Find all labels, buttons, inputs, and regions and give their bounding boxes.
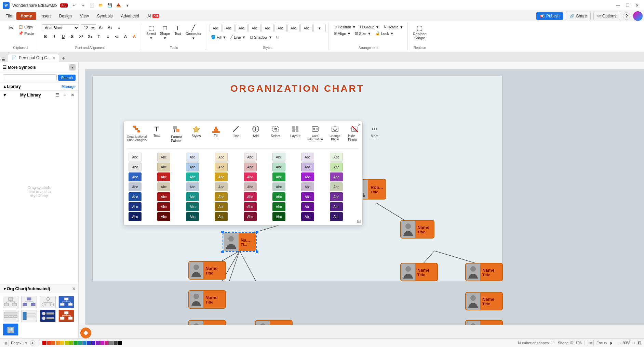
styles-expand-btn[interactable]: ⊡ (275, 34, 281, 40)
manage-link[interactable]: Manage (62, 85, 76, 89)
font-color-btn[interactable]: A (122, 33, 129, 40)
position-btn[interactable]: ⊞ Position ▼ (332, 24, 357, 30)
sc-4-4[interactable]: Abc (215, 182, 228, 191)
ft-more-btn[interactable]: More (365, 124, 384, 144)
color-purple[interactable] (96, 341, 100, 345)
sc-2-5[interactable]: Abc (244, 163, 257, 171)
ft-add-btn[interactable]: Add (246, 124, 265, 144)
node-n5[interactable]: Name Title (188, 320, 226, 325)
sc-4-8[interactable]: Abc (330, 182, 343, 191)
sc-2-1[interactable]: Abc (129, 163, 142, 171)
color-dark-blue[interactable] (87, 341, 91, 345)
sc-5-7[interactable]: Abc (301, 192, 314, 201)
sc-4-6[interactable]: Abc (272, 182, 285, 191)
italic-btn[interactable]: I (51, 33, 58, 40)
sc-4-2[interactable]: Abc (157, 182, 170, 191)
export-btn[interactable]: 📤 (115, 2, 122, 9)
sc-4-5[interactable]: Abc (244, 182, 257, 191)
help-btn[interactable]: ? (623, 12, 630, 20)
menu-symbols[interactable]: Symbols (93, 12, 117, 20)
ft-select-btn[interactable]: Select (266, 124, 285, 144)
highlight-btn[interactable]: A (131, 33, 138, 40)
template-3[interactable] (40, 296, 56, 308)
sc-1-7[interactable]: Abc (301, 153, 314, 162)
style-swatch-6[interactable]: Abc (274, 24, 287, 32)
sc-2-4[interactable]: Abc (215, 163, 228, 171)
node-n6[interactable]: Name Title (255, 320, 293, 325)
color-blue[interactable] (82, 341, 86, 345)
zoom-out-btn[interactable]: − (616, 340, 622, 346)
selected-node[interactable]: Na... Ti... (223, 232, 257, 252)
list-btn[interactable]: ≡ (104, 33, 111, 40)
menu-file[interactable]: File (1, 12, 16, 20)
shadow-btn[interactable]: ◻ Shadow ▼ (249, 34, 274, 40)
tab-personal-org[interactable]: 📄 Personal Org C... ✕ (8, 54, 59, 62)
save-btn[interactable]: 💾 (106, 2, 113, 9)
node-n3[interactable]: Name Title (188, 261, 226, 280)
style-swatch-3[interactable]: Abc (236, 24, 248, 32)
avatar-btn[interactable] (633, 11, 643, 21)
sc-2-7[interactable]: Abc (301, 163, 314, 171)
layers-btn[interactable]: ⊞ (588, 340, 594, 346)
node-n7[interactable]: Name Title (400, 263, 438, 281)
font-family-select[interactable]: Arial Black (42, 24, 79, 31)
color-lime[interactable] (69, 341, 73, 345)
cut-btn[interactable]: ✂ (5, 24, 16, 32)
color-amber[interactable] (56, 341, 60, 345)
style-swatch-4[interactable]: Abc (249, 24, 261, 32)
sc-5-3[interactable]: Abc (186, 192, 199, 201)
sc-6-4[interactable]: Abc (215, 202, 228, 211)
sc-6-6[interactable]: Abc (272, 202, 285, 211)
tab-close-btn[interactable]: ✕ (53, 56, 55, 60)
replace-shape-btn[interactable]: ⬚ Replace Shape (411, 24, 428, 41)
library-section[interactable]: ▲ Library Manage (0, 83, 78, 90)
sc-6-3[interactable]: Abc (186, 202, 199, 211)
menu-insert[interactable]: Insert (37, 12, 55, 20)
node-n1[interactable]: Name Title (400, 220, 434, 239)
increase-font-btn[interactable]: A↑ (97, 24, 105, 31)
sc-3-1[interactable]: Abc (129, 172, 142, 181)
sc-1-3[interactable]: Abc (186, 153, 199, 162)
lib-list-btn[interactable]: ☰ (54, 92, 61, 98)
color-indigo[interactable] (91, 341, 95, 345)
add-page-btn[interactable]: + (30, 340, 35, 346)
undo-btn[interactable]: ↩ (70, 2, 78, 9)
sc-3-4[interactable]: Abc (215, 172, 228, 181)
sc-5-4[interactable]: Abc (215, 192, 228, 201)
node-n10[interactable]: Name Title (465, 320, 503, 325)
paste-btn[interactable]: 📌 Paste (17, 30, 35, 36)
page-selector[interactable]: Page-1 ▼ (11, 341, 28, 345)
sc-6-8[interactable]: Abc (330, 202, 343, 211)
add-tab-btn[interactable]: + (60, 54, 67, 62)
sc-7-8[interactable]: Abc (330, 212, 343, 221)
more-dropdown[interactable]: ▼ (124, 2, 131, 9)
size-btn[interactable]: ⊡ Size ▼ (353, 30, 372, 36)
sc-7-3[interactable]: Abc (186, 212, 199, 221)
template-7[interactable] (40, 310, 56, 322)
sc-7-7[interactable]: Abc (301, 212, 314, 221)
sc-1-6[interactable]: Abc (272, 153, 285, 162)
style-swatch-5[interactable]: Abc (261, 24, 274, 32)
sc-1-8[interactable]: Abc (330, 153, 343, 162)
decrease-font-btn[interactable]: A↓ (106, 24, 114, 31)
template-8[interactable] (58, 310, 74, 322)
sc-3-6[interactable]: Abc (272, 172, 285, 181)
sidebar-collapse-btn[interactable]: ☰ (1, 57, 5, 62)
fill-btn[interactable]: 🪣 Fill ▼ (210, 34, 228, 40)
ft-format-painter-btn[interactable]: Format Painter (167, 124, 186, 144)
color-orange[interactable] (51, 341, 55, 345)
style-scroll-btn[interactable]: ▼ (313, 24, 326, 32)
sc-3-2[interactable]: Abc (157, 172, 170, 181)
sc-2-3[interactable]: Abc (186, 163, 199, 171)
template-4[interactable] (58, 296, 74, 308)
align-btn[interactable]: ≡ (115, 24, 123, 31)
sc-5-2[interactable]: Abc (157, 192, 170, 201)
sc-1-2[interactable]: Abc (157, 153, 170, 162)
sc-3-7[interactable]: Abc (301, 172, 314, 181)
color-pink[interactable] (105, 341, 109, 345)
text-btn[interactable]: T (95, 33, 103, 40)
org-chart-close-btn[interactable]: ✕ (72, 286, 76, 291)
sc-2-8[interactable]: Abc (330, 163, 343, 171)
play-btn[interactable]: ⏵ (609, 340, 614, 345)
ft-layout-btn[interactable]: Layout (286, 124, 305, 144)
